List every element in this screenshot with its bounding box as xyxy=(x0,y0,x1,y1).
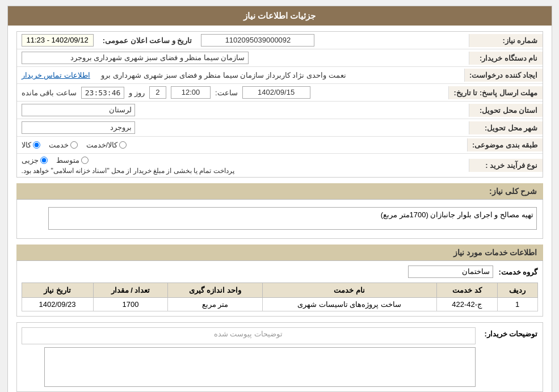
col-unit: واحد اندازه گیری xyxy=(168,283,262,298)
label-minor: جزیی xyxy=(22,156,39,165)
description-box: تهیه مصالح و اجرای بلوار جانبازان (1700م… xyxy=(48,207,537,230)
page-title: جزئیات اطلاعات نیاز xyxy=(243,11,316,20)
col-quantity: تعداد / مقدار xyxy=(93,283,168,298)
value-creator: نعمت واحدی نژاد کاربرداز سازمان سیما منظ… xyxy=(17,69,464,82)
label-group: گروه خدمت: xyxy=(499,268,538,276)
content-area: شماره نیاز: 1102095039000092 تاریخ و ساع… xyxy=(8,26,552,392)
buyer-notes-area: توضیحات پیوست شده xyxy=(22,327,476,387)
remaining-time-box: 23:53:46 xyxy=(81,87,125,99)
notes-header-bar: توضیحات پیوست شده xyxy=(22,327,476,344)
radio-goods-services[interactable] xyxy=(119,141,127,149)
value-deadline: 1402/09/15 ساعت: 12:00 2 روز و 23:53:46 … xyxy=(17,84,449,101)
label-province: استان محل تحویل: xyxy=(469,104,543,117)
info-section: شماره نیاز: 1102095039000092 تاریخ و ساع… xyxy=(16,31,543,178)
row-announcement: شماره نیاز: 1102095039000092 تاریخ و ساع… xyxy=(17,32,543,49)
row-category: طبقه بندی موضوعی: کالا/خدمت خدمت xyxy=(17,137,543,154)
label-goods: کالا xyxy=(22,141,31,149)
label-buyer-name: نام دستگاه خریدار: xyxy=(469,52,543,65)
row-deadline: مهلت ارسال پاسخ: تا تاریخ: 1402/09/15 سا… xyxy=(17,84,543,102)
cell-row: 1 xyxy=(497,298,537,311)
radio-medium[interactable] xyxy=(81,157,89,164)
cell-name: ساخت پروژه‌های تاسیسات شهری xyxy=(262,298,436,311)
col-row: ردیف xyxy=(497,283,537,298)
col-code: کد خدمت xyxy=(436,283,497,298)
col-date: تاریخ نیاز xyxy=(22,283,93,298)
deadline-day-box: 2 xyxy=(149,86,166,99)
value-date: 1402/09/12 - 11:23 xyxy=(17,32,98,49)
cell-unit: متر مربع xyxy=(168,298,262,311)
page-container: جزئیات اطلاعات نیاز شماره نیاز: 11020950… xyxy=(7,6,552,392)
label-service: خدمت xyxy=(49,141,69,149)
row-process: نوع فرآیند خرید : متوسط جزیی پرداخت تمام… xyxy=(17,154,543,177)
value-process: متوسط جزیی پرداخت تمام یا بخشی از مبلغ خ… xyxy=(17,154,469,177)
description-section-label: شرح کلی نیاز: xyxy=(489,187,537,196)
row-creator: ایجاد کننده درخواست: نعمت واحدی نژاد کار… xyxy=(17,67,543,84)
buyer-name-box: سازمان سیما منظر و فضای سبز شهری شهرداری… xyxy=(22,52,249,64)
radio-item-service[interactable]: خدمت xyxy=(49,141,78,149)
row-province: استان محل تحویل: لرستان xyxy=(17,102,543,119)
label-remaining: ساعت باقی مانده xyxy=(22,88,77,97)
radio-service[interactable] xyxy=(70,141,78,149)
services-section-label: اطلاعات خدمات مورد نیاز xyxy=(453,248,537,257)
row-buyer-name: نام دستگاه خریدار: سازمان سیما منظر و فض… xyxy=(17,49,543,67)
cell-quantity: 1700 xyxy=(93,298,168,311)
label-time: ساعت: xyxy=(215,88,238,97)
value-buyer-name: سازمان سیما منظر و فضای سبز شهری شهرداری… xyxy=(17,49,469,66)
radio-item-goods[interactable]: کالا xyxy=(22,141,40,149)
col-name: نام خدمت xyxy=(262,283,436,298)
services-table: ردیف کد خدمت نام خدمت واحد اندازه گیری ت… xyxy=(22,283,538,311)
buyer-notes-textarea[interactable] xyxy=(44,347,476,387)
table-row: 1 ج-42-422 ساخت پروژه‌های تاسیسات شهری م… xyxy=(22,298,537,311)
section-title-description: شرح کلی نیاز: xyxy=(16,183,543,200)
services-container: گروه خدمت: ساختمان ردیف کد خدمت نام خدمت… xyxy=(16,261,543,317)
value-city: بروجرد xyxy=(17,119,469,136)
label-process: نوع فرآیند خرید : xyxy=(469,159,543,172)
description-container: تهیه مصالح و اجرای بلوار جانبازان (1700م… xyxy=(16,200,543,239)
creator-text: نعمت واحدی نژاد کاربرداز سازمان سیما منظ… xyxy=(101,71,346,79)
description-value-area: تهیه مصالح و اجرای بلوار جانبازان (1700م… xyxy=(17,204,543,233)
label-city: شهر محل تحویل: xyxy=(469,121,543,134)
date-box: 1402/09/12 - 11:23 xyxy=(22,34,94,47)
group-box: ساختمان xyxy=(408,265,493,278)
label-medium: متوسط xyxy=(56,156,79,165)
value-province: لرستان xyxy=(17,102,469,119)
label-deadline: مهلت ارسال پاسخ: تا تاریخ: xyxy=(448,86,542,99)
label-goods-services: کالا/خدمت xyxy=(86,141,118,149)
label-buyer-notes: توضیحات خریدار: xyxy=(481,327,538,338)
cell-date: 1402/09/23 xyxy=(22,298,93,311)
cell-code: ج-42-422 xyxy=(436,298,497,311)
radio-item-medium[interactable]: متوسط xyxy=(56,156,89,165)
section-title-services: اطلاعات خدمات مورد نیاز xyxy=(16,245,543,261)
group-row: گروه خدمت: ساختمان xyxy=(22,265,538,278)
process-note: پرداخت تمام یا بخشی از مبلغ خریدار از مح… xyxy=(22,167,234,175)
radio-item-goods-services[interactable]: کالا/خدمت xyxy=(86,141,127,149)
category-radio-group: کالا/خدمت خدمت کالا xyxy=(22,141,127,149)
label-day: روز و xyxy=(129,88,145,97)
buyer-notes-section: توضیحات خریدار: توضیحات پیوست شده xyxy=(16,322,543,392)
row-city: شهر محل تحویل: بروجرد xyxy=(17,119,543,137)
value-category: کالا/خدمت خدمت کالا xyxy=(17,138,467,151)
radio-item-minor[interactable]: جزیی xyxy=(22,156,48,165)
label-category: طبقه بندی موضوعی: xyxy=(467,138,543,151)
label-announcement-number: شماره نیاز: xyxy=(469,34,543,47)
announcement-number-box: 1102095039000092 xyxy=(201,34,314,47)
contact-link[interactable]: اطلاعات تماس خریدار xyxy=(22,71,90,79)
deadline-date-box: 1402/09/15 xyxy=(242,86,310,99)
province-box: لرستان xyxy=(22,104,135,116)
label-creator: ایجاد کننده درخواست: xyxy=(464,69,543,82)
process-radio-group: متوسط جزیی xyxy=(22,156,89,165)
deadline-time-box: 12:00 xyxy=(171,86,211,99)
label-date: تاریخ و ساعت اعلان عمومی: xyxy=(98,34,197,47)
radio-minor[interactable] xyxy=(40,157,48,164)
radio-goods[interactable] xyxy=(33,141,40,149)
page-header: جزئیات اطلاعات نیاز xyxy=(8,6,552,26)
city-box: بروجرد xyxy=(22,121,135,134)
value-announcement-number: 1102095039000092 xyxy=(196,32,468,49)
